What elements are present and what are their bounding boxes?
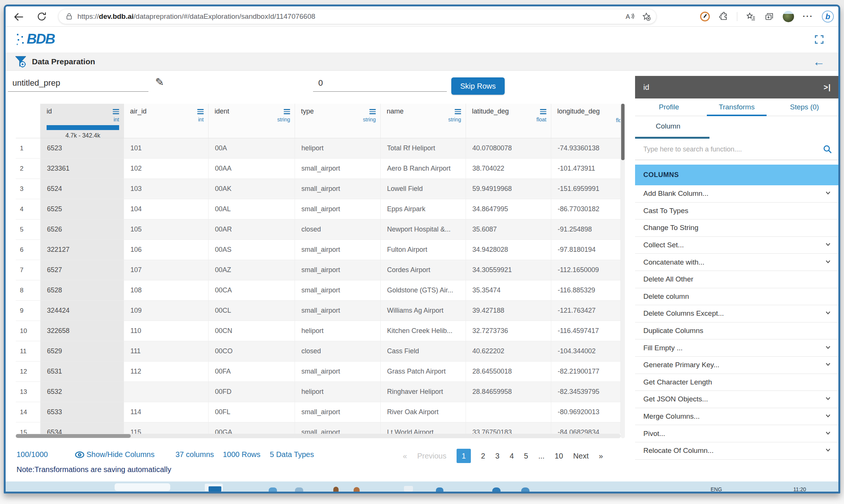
cell-name[interactable]: Cordes Airport (381, 260, 466, 280)
cell-ident[interactable]: 00FA (209, 362, 295, 381)
cell-name[interactable]: Aero B Ranch Airport (381, 159, 466, 179)
bing-sidebar-button[interactable]: b (822, 11, 834, 23)
profile-avatar[interactable] (783, 11, 794, 22)
column-header-id[interactable]: idint4.7k - 342.4k (41, 104, 124, 138)
cell-id[interactable]: 6532 (41, 382, 124, 402)
cell-latitude_deg[interactable]: 28.64550018 (466, 362, 551, 381)
function-item[interactable]: Get JSON Objects... (635, 391, 838, 408)
cell-id[interactable]: 6527 (41, 260, 124, 280)
cell-type[interactable]: heliport (295, 321, 381, 341)
cell-latitude_deg[interactable]: 38.704022 (466, 159, 551, 179)
taskbar-icon[interactable] (333, 487, 339, 492)
cell-air_id[interactable]: 114 (124, 402, 209, 422)
cell-air_id[interactable]: 109 (124, 301, 209, 321)
cell-type[interactable]: heliport (295, 138, 381, 158)
prep-name-input[interactable] (8, 74, 148, 92)
column-header-type[interactable]: typestring (295, 104, 381, 138)
cell-ident[interactable]: 00CL (209, 301, 295, 321)
pagination-page-4[interactable]: 4 (510, 452, 514, 460)
cell-air_id[interactable]: 102 (124, 159, 209, 179)
cell-latitude_deg[interactable]: 34.30559921 (466, 260, 551, 280)
cell-longitude_deg[interactable]: -112.1650009 (551, 260, 621, 280)
taskbar-icon[interactable] (492, 487, 501, 492)
cell-name[interactable]: Epps Airpark (381, 199, 466, 219)
cell-air_id[interactable]: 104 (124, 199, 209, 219)
cell-latitude_deg[interactable]: 28.84659958 (466, 382, 551, 402)
cell-latitude_deg[interactable]: 39.427188 (466, 301, 551, 321)
cell-latitude_deg[interactable]: 34.9428028 (466, 240, 551, 260)
cell-longitude_deg[interactable]: -151.6959991 (551, 179, 621, 199)
cell-name[interactable]: Fulton Airport (381, 240, 466, 260)
table-row[interactable]: 232336110200AAsmall_airportAero B Ranch … (16, 159, 621, 179)
function-item[interactable]: Cast To Types (635, 203, 838, 220)
skip-rows-input[interactable] (313, 74, 447, 92)
cell-id[interactable]: 6528 (41, 280, 124, 300)
pagination-page-5[interactable]: 5 (524, 452, 528, 460)
data-types-count[interactable]: 5 Data Types (270, 450, 314, 459)
taskbar-clock[interactable]: 11:20 (793, 486, 806, 492)
function-item[interactable]: Delete Columns Except... (635, 305, 838, 322)
table-row[interactable]: 4652510400ALsmall_airportEpps Airpark34.… (16, 199, 621, 219)
cell-latitude_deg[interactable]: 33.76750183 (466, 422, 551, 434)
column-header-latitude_deg[interactable]: latitude_degfloat (466, 104, 551, 138)
cell-name[interactable]: Newport Hospital &... (381, 219, 466, 239)
cell-longitude_deg[interactable]: -97.8180194 (551, 240, 621, 260)
cell-type[interactable]: small_airport (295, 260, 381, 280)
table-row[interactable]: 12653111200FAsmall_airportGrass Patch Ai… (16, 362, 621, 382)
function-item[interactable]: Add Blank Column... (635, 185, 838, 203)
cell-longitude_deg[interactable]: -82.21900177 (551, 362, 621, 381)
cell-id[interactable]: 6531 (41, 362, 124, 381)
cell-air_id[interactable] (124, 382, 209, 402)
tab-column[interactable]: Column (656, 122, 680, 130)
show-hide-columns-button[interactable]: Show/Hide Columns (75, 450, 154, 459)
column-header-ident[interactable]: identstring (209, 104, 295, 138)
cell-ident[interactable]: 00CO (209, 341, 295, 361)
cell-air_id[interactable]: 103 (124, 179, 209, 199)
taskbar-icon[interactable] (354, 487, 360, 492)
skip-rows-button[interactable]: Skip Rows (451, 77, 505, 95)
cell-latitude_deg[interactable]: 40.07080078 (466, 138, 551, 158)
read-aloud-button[interactable]: A (625, 12, 635, 21)
function-item[interactable]: Delete All Other (635, 271, 838, 288)
taskbar-icon[interactable] (436, 487, 443, 492)
column-menu-icon[interactable] (540, 107, 546, 114)
cell-name[interactable]: Kitchen Creek Helib... (381, 321, 466, 341)
cell-id[interactable]: 323361 (41, 159, 124, 179)
cell-latitude_deg[interactable] (466, 402, 551, 422)
fullscreen-button[interactable] (814, 35, 824, 44)
cell-type[interactable]: small_airport (295, 402, 381, 422)
cell-id[interactable]: 324424 (41, 301, 124, 321)
browser-refresh-button[interactable] (36, 11, 48, 23)
collapse-panel-icon[interactable]: >| (824, 83, 831, 92)
cell-type[interactable]: small_airport (295, 422, 381, 434)
table-row[interactable]: 1652310100AheliportTotal Rf Heliport40.0… (16, 138, 621, 159)
table-row[interactable]: 15653411500GAsmall_airportLt World Airpo… (16, 422, 621, 434)
function-item[interactable]: Change To String (635, 219, 838, 237)
column-header-longitude_deg[interactable]: longitude_degfloat (551, 104, 621, 138)
table-row[interactable]: 11652911100COclosedCass Field40.622202-1… (16, 341, 621, 362)
column-menu-icon[interactable] (455, 107, 461, 114)
add-favorite-button[interactable] (642, 12, 651, 21)
function-item[interactable]: Duplicate Columns (635, 322, 838, 340)
table-row[interactable]: 7652710700AZsmall_airportCordes Airport3… (16, 260, 621, 280)
cell-ident[interactable]: 00CN (209, 321, 295, 341)
tab-transforms[interactable]: Transforms (703, 98, 770, 116)
column-header-name[interactable]: namestring (381, 104, 466, 138)
cell-longitude_deg[interactable]: -121.763427 (551, 301, 621, 321)
cell-type[interactable]: heliport (295, 382, 381, 402)
cell-latitude_deg[interactable]: 35.35474 (466, 280, 551, 300)
cell-ident[interactable]: 00A (209, 138, 295, 158)
address-bar[interactable]: https://dev.bdb.ai/dataprepration/#/data… (58, 9, 656, 24)
cell-ident[interactable]: 00FL (209, 402, 295, 422)
cell-longitude_deg[interactable]: -86.77030182 (551, 199, 621, 219)
vertical-scrollbar-thumb[interactable] (621, 104, 625, 160)
horizontal-scrollbar-thumb[interactable] (16, 434, 131, 438)
lock-icon[interactable] (65, 12, 73, 21)
cell-id[interactable]: 6533 (41, 402, 124, 422)
cell-air_id[interactable]: 106 (124, 240, 209, 260)
cell-type[interactable]: small_airport (295, 179, 381, 199)
cell-longitude_deg[interactable]: -116.4597417 (551, 321, 621, 341)
cell-air_id[interactable]: 112 (124, 362, 209, 381)
cell-ident[interactable]: 00AS (209, 240, 295, 260)
browser-menu-button[interactable]: ··· (803, 12, 813, 21)
